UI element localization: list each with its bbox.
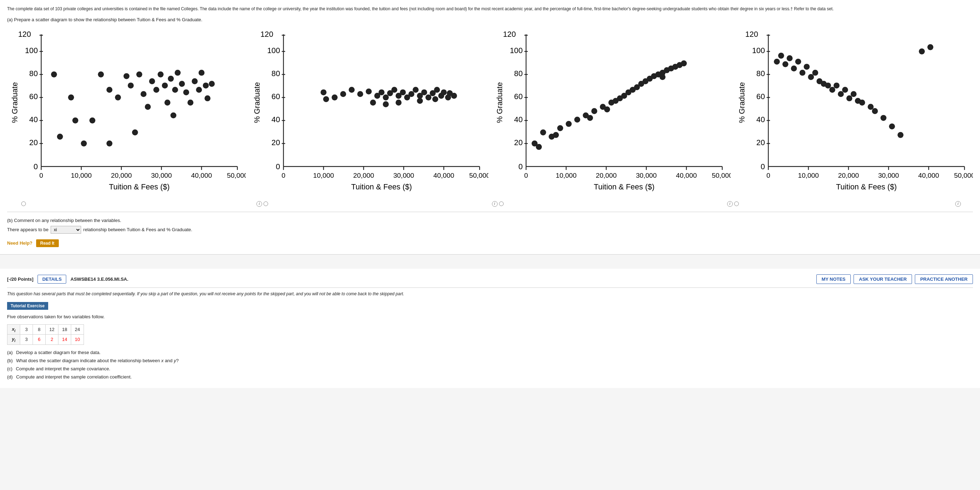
- x-label: xi: [8, 324, 20, 334]
- svg-text:0: 0: [282, 172, 285, 179]
- svg-point-29: [51, 72, 57, 78]
- part-b-section: (b) Comment on any relationship between …: [7, 218, 973, 234]
- question-header-row: [-/20 Points] DETAILS ASWSBE14 3.E.056.M…: [7, 274, 973, 284]
- y-val-5: 10: [71, 334, 84, 345]
- svg-point-35: [115, 94, 121, 100]
- svg-point-231: [850, 91, 856, 97]
- part-b-text-before: There appears to be: [7, 227, 49, 232]
- svg-point-182: [553, 132, 559, 138]
- svg-point-228: [838, 91, 844, 97]
- sub-part-b-text: What does the scatter diagram indicate a…: [16, 358, 179, 363]
- svg-point-158: [574, 116, 580, 123]
- details-button[interactable]: DETAILS: [38, 275, 66, 283]
- x-val-5: 24: [71, 324, 84, 334]
- svg-point-180: [604, 107, 610, 113]
- svg-point-235: [889, 124, 895, 130]
- svg-point-184: [659, 74, 665, 80]
- svg-point-36: [124, 73, 130, 79]
- part-b-inline-row: There appears to be xi a positive a nega…: [7, 226, 973, 234]
- my-notes-button[interactable]: MY NOTES: [816, 274, 851, 284]
- svg-text:10,000: 10,000: [313, 172, 334, 179]
- svg-point-109: [421, 89, 427, 95]
- svg-text:40,000: 40,000: [918, 172, 939, 179]
- sub-part-c: (c) Compute and interpret the sample cov…: [7, 366, 973, 371]
- svg-text:100: 100: [267, 46, 280, 55]
- svg-text:% Graduate: % Graduate: [495, 82, 504, 123]
- sub-part-a: (a) Develop a scatter diagram for these …: [7, 350, 973, 355]
- svg-point-39: [141, 91, 146, 97]
- svg-point-44: [162, 83, 168, 89]
- svg-point-226: [829, 87, 835, 93]
- svg-point-55: [203, 83, 209, 89]
- svg-point-216: [783, 61, 788, 67]
- svg-text:30,000: 30,000: [636, 172, 657, 179]
- svg-point-215: [778, 53, 784, 59]
- chart-4-info-icon[interactable]: i: [727, 201, 733, 207]
- chart-4-radio[interactable]: [734, 202, 739, 206]
- x-val-4: 18: [59, 324, 71, 334]
- y-val-4: 14: [59, 334, 71, 345]
- svg-point-114: [441, 89, 447, 95]
- svg-text:40,000: 40,000: [434, 172, 454, 179]
- svg-point-238: [854, 98, 861, 104]
- svg-text:% Graduate: % Graduate: [10, 82, 19, 123]
- svg-point-240: [919, 48, 925, 54]
- chart-5-info-icon[interactable]: i: [955, 201, 961, 207]
- svg-text:120: 120: [261, 30, 274, 38]
- svg-point-38: [136, 72, 142, 78]
- sub-part-d-letter: (d): [7, 374, 13, 380]
- svg-point-31: [81, 140, 87, 146]
- svg-point-178: [681, 60, 687, 67]
- svg-text:Tuition & Fees ($): Tuition & Fees ($): [593, 182, 654, 191]
- sub-part-b-letter: (b): [7, 358, 13, 363]
- svg-text:120: 120: [18, 30, 31, 38]
- part-b-label: (b) Comment on any relationship between …: [7, 218, 973, 223]
- svg-point-52: [192, 78, 197, 84]
- svg-point-237: [821, 81, 827, 87]
- chart-1-container: 0 20 40 60 80 100 120 % Graduate: [7, 26, 246, 197]
- svg-point-33: [98, 72, 104, 78]
- svg-point-32: [89, 118, 95, 124]
- svg-point-100: [383, 94, 389, 100]
- svg-point-60: [72, 118, 78, 124]
- chart-4-container: 0 20 40 60 80 100 120 % Graduate 0: [734, 26, 973, 197]
- svg-point-102: [391, 87, 398, 93]
- read-it-button[interactable]: Read It: [36, 239, 59, 247]
- svg-point-59: [132, 130, 138, 135]
- svg-text:% Graduate: % Graduate: [253, 82, 261, 123]
- sub-part-a-text: Develop a scatter diagram for these data…: [16, 350, 100, 355]
- svg-text:20,000: 20,000: [596, 172, 617, 179]
- svg-point-61: [170, 112, 177, 118]
- svg-point-57: [208, 81, 215, 87]
- chart-2-info-icon[interactable]: i: [256, 201, 262, 207]
- svg-point-47: [172, 87, 178, 93]
- chart-3-info-icon[interactable]: i: [492, 201, 498, 207]
- sub-part-c-text: Compute and interpret the sample covaria…: [16, 366, 110, 371]
- svg-point-220: [799, 70, 805, 76]
- svg-text:20: 20: [29, 138, 38, 147]
- svg-text:40,000: 40,000: [676, 172, 697, 179]
- y-val-1: 3: [20, 334, 33, 345]
- svg-point-97: [366, 89, 372, 94]
- svg-point-92: [321, 89, 326, 95]
- chart-3-radio[interactable]: [499, 202, 504, 206]
- practice-another-button[interactable]: PRACTICE ANOTHER: [915, 274, 973, 284]
- chart-2-radio[interactable]: [264, 202, 268, 206]
- svg-text:50,000: 50,000: [711, 172, 731, 179]
- svg-text:30,000: 30,000: [151, 172, 172, 179]
- svg-point-30: [68, 94, 74, 100]
- svg-text:60: 60: [29, 92, 38, 101]
- chart-1-radio[interactable]: [21, 202, 26, 206]
- sub-part-b: (b) What does the scatter diagram indica…: [7, 358, 973, 363]
- section-gap: [0, 255, 980, 262]
- svg-point-223: [812, 70, 818, 76]
- svg-point-239: [868, 104, 874, 110]
- svg-point-241: [927, 44, 933, 50]
- sub-parts-list: (a) Develop a scatter diagram for these …: [7, 350, 973, 380]
- y-label: yi: [8, 334, 20, 345]
- svg-text:30,000: 30,000: [393, 172, 414, 179]
- sub-part-d: (d) Compute and interpret the sample cor…: [7, 374, 973, 380]
- relationship-select[interactable]: xi a positive a negative no: [51, 226, 81, 234]
- svg-text:120: 120: [745, 30, 758, 38]
- ask-teacher-button[interactable]: ASK YOUR TEACHER: [854, 274, 912, 284]
